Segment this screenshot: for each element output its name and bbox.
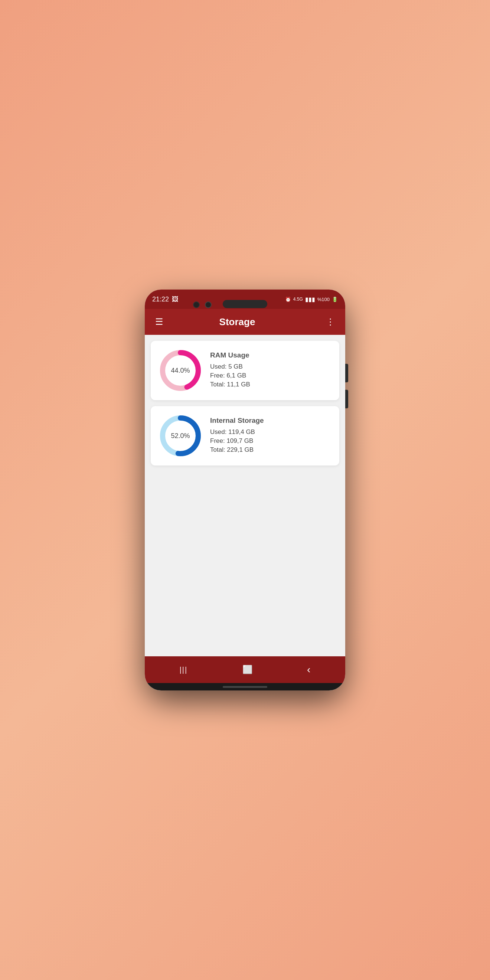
volume-up-button[interactable] — [345, 364, 348, 382]
ram-free: Free: 6,1 GB — [210, 372, 332, 379]
ram-percentage-label: 44.0% — [171, 367, 190, 375]
bottom-pill — [145, 683, 345, 690]
storage-title: Internal Storage — [210, 417, 332, 425]
storage-percentage-label: 52.0% — [171, 432, 190, 440]
storage-free: Free: 109,7 GB — [210, 437, 332, 445]
app-bar: ☰ Storage ⋮ — [145, 309, 345, 335]
ram-used: Used: 5 GB — [210, 363, 332, 371]
home-button[interactable]: ⬜ — [231, 661, 264, 678]
image-icon: 🖼 — [172, 296, 178, 303]
speaker — [223, 300, 267, 308]
navigation-bar: ||| ⬜ ‹ — [145, 656, 345, 683]
main-content: 44.0% RAM Usage Used: 5 GB Free: 6,1 GB … — [145, 335, 345, 656]
ram-usage-card[interactable]: 44.0% RAM Usage Used: 5 GB Free: 6,1 GB … — [151, 341, 339, 400]
bottom-indicator — [223, 686, 267, 688]
battery-percent-label: %100 — [317, 297, 329, 302]
volume-down-button[interactable] — [345, 390, 348, 408]
storage-total: Total: 229,1 GB — [210, 446, 332, 453]
phone-frame: 21:22 🖼 ⏰ 4.5G ▮▮▮ %100 🔋 ☰ Storage ⋮ — [145, 290, 345, 690]
ram-title: RAM Usage — [210, 351, 332, 360]
internal-storage-card[interactable]: 52.0% Internal Storage Used: 119,4 GB Fr… — [151, 406, 339, 466]
battery-icon: 🔋 — [332, 297, 338, 302]
status-time: 21:22 — [152, 296, 169, 303]
ram-total: Total: 11,1 GB — [210, 381, 332, 388]
app-title: Storage — [151, 316, 323, 328]
overflow-menu-icon[interactable]: ⋮ — [323, 314, 338, 330]
recents-button[interactable]: ||| — [169, 662, 199, 678]
ram-info: RAM Usage Used: 5 GB Free: 6,1 GB Total:… — [210, 351, 332, 390]
camera-left — [193, 301, 200, 308]
screen: 21:22 🖼 ⏰ 4.5G ▮▮▮ %100 🔋 ☰ Storage ⋮ — [145, 290, 345, 690]
signal-icon: ▮▮▮ — [305, 296, 315, 303]
back-button[interactable]: ‹ — [296, 660, 321, 679]
network-type-label: 4.5G — [293, 297, 303, 302]
camera-right — [205, 301, 212, 308]
status-time-group: 21:22 🖼 — [152, 296, 178, 303]
storage-donut-chart: 52.0% — [158, 414, 203, 458]
storage-used: Used: 119,4 GB — [210, 428, 332, 436]
alarm-icon: ⏰ — [285, 297, 291, 302]
storage-info: Internal Storage Used: 119,4 GB Free: 10… — [210, 417, 332, 455]
ram-donut-chart: 44.0% — [158, 348, 203, 393]
status-icons-group: ⏰ 4.5G ▮▮▮ %100 🔋 — [285, 296, 338, 303]
